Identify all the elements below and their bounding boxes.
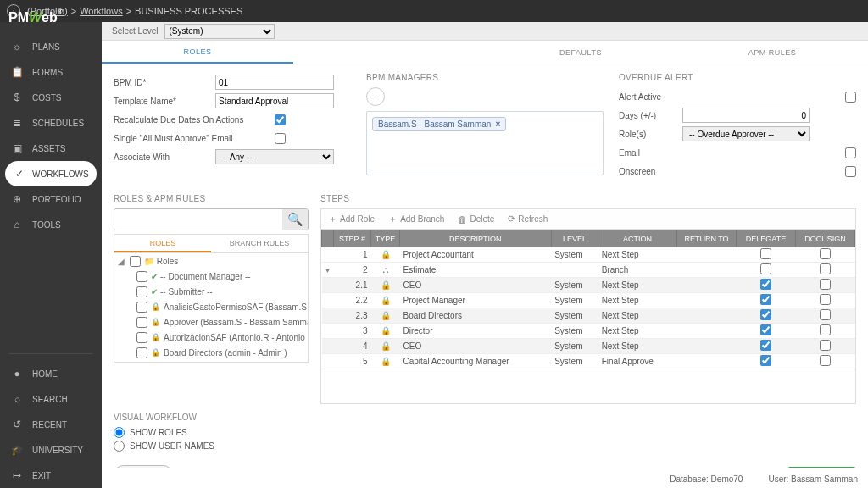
delete-button[interactable]: 🗑Delete	[451, 214, 501, 225]
tree-item[interactable]: ✔-- Document Manager --	[114, 269, 308, 284]
mini-tab-branch[interactable]: BRANCH RULES	[211, 235, 308, 252]
mini-tab-roles[interactable]: ROLES	[114, 235, 211, 252]
sidebar-item-plans[interactable]: ☼PLANS	[0, 34, 102, 59]
nav-icon: 🎓	[10, 444, 24, 456]
nav-icon: ⊕	[10, 193, 24, 205]
nav-label: HOME	[32, 369, 58, 379]
nav-icon: ↺	[10, 419, 24, 430]
nav-icon: ≣	[10, 117, 24, 129]
sidebar-item-university[interactable]: 🎓UNIVERSITY	[0, 437, 102, 463]
add-branch-button[interactable]: ＋Add Branch	[381, 213, 451, 225]
overdue-col: OVERDUE ALERT Alert Active Days (+/-) Ro…	[619, 73, 856, 180]
search-icon[interactable]: 🔍	[282, 209, 308, 230]
managers-box[interactable]: Bassam.S - Bassam Samman×	[366, 111, 604, 175]
show-users-radio[interactable]	[114, 441, 125, 452]
workflow-diagram: SUBMITTER WITHDRAW PROJECT ACCOUNTANT ES…	[114, 465, 856, 468]
tab-1[interactable]	[293, 41, 485, 64]
node-submitter[interactable]: SUBMITTER	[114, 465, 173, 468]
steps-grid[interactable]: STEP #TYPEDESCRIPTIONLEVELACTIONRETURN T…	[321, 230, 855, 369]
manager-tag[interactable]: Bassam.S - Bassam Samman×	[372, 117, 506, 131]
nav-icon: ⌂	[10, 219, 24, 230]
tree-item[interactable]: 🔒AutorizacionSAF (Antonio.R - Antonio Re…	[114, 330, 308, 345]
nav-label: SEARCH	[32, 395, 68, 404]
email-checkbox[interactable]	[845, 147, 856, 158]
add-role-button[interactable]: ＋Add Role	[321, 213, 381, 225]
tab-defaults[interactable]: DEFAULTS	[485, 41, 676, 64]
sidebar-item-forms[interactable]: 📋FORMS	[0, 59, 102, 85]
visual-title: VISUAL WORKFLOW	[114, 413, 856, 422]
tree-item[interactable]: 🔒AnalisisGastoPermisoSAF (Bassam.S - Bas…	[114, 299, 308, 314]
roles-search: 🔍	[114, 208, 309, 230]
logo: PMWeb®	[0, 5, 102, 30]
sidebar-item-assets[interactable]: ▣ASSETS	[0, 136, 102, 161]
email-label: Email	[619, 148, 682, 158]
main-tabs: ROLES DEFAULTS APM RULES	[102, 41, 868, 64]
table-row[interactable]: 2.3🔒Board DirectorsSystemNext Step	[322, 308, 855, 324]
managers-more-button[interactable]: ⋯	[366, 87, 385, 106]
sidebar-item-schedules[interactable]: ≣SCHEDULES	[0, 110, 102, 136]
sidebar-item-home[interactable]: ●HOME	[0, 361, 102, 386]
nav-label: PLANS	[32, 42, 60, 52]
level-bar: Select Level (System)	[102, 22, 868, 41]
table-row[interactable]: 1🔒Project AccountantSystemNext Step	[322, 247, 855, 263]
single-label: Single "All Must Approve" Email	[114, 134, 275, 143]
sidebar-item-costs[interactable]: $COSTS	[0, 85, 102, 110]
sidebar: PMWeb® ☼PLANS📋FORMS$COSTS≣SCHEDULES▣ASSE…	[0, 22, 102, 488]
tree-item[interactable]: 🔒Board Directors (admin - Admin )	[114, 345, 308, 360]
roles-search-input[interactable]	[114, 209, 282, 230]
sidebar-item-portfolio[interactable]: ⊕PORTFOLIO	[0, 186, 102, 212]
days-input[interactable]	[682, 108, 810, 123]
tab-roles[interactable]: ROLES	[102, 41, 293, 64]
nav-label: TOOLS	[32, 220, 61, 230]
roles-panel-title: ROLES & APM RULES	[114, 194, 309, 203]
sidebar-item-workflows[interactable]: ✓WORKFLOWS	[5, 161, 97, 186]
top-bar: i (Portfolio) > Workflows > BUSINESS PRO…	[0, 0, 868, 22]
roles-label: Role(s)	[619, 130, 682, 139]
table-row[interactable]: 3🔒DirectorSystemNext Step	[322, 324, 855, 339]
template-name-input[interactable]	[215, 93, 334, 108]
main: Select Level (System) ROLES DEFAULTS APM…	[102, 22, 868, 488]
steps-panel: STEPS ＋Add Role ＋Add Branch 🗑Delete ⟳Ref…	[320, 189, 856, 404]
steps-toolbar: ＋Add Role ＋Add Branch 🗑Delete ⟳Refresh	[321, 209, 855, 230]
bpm-id-input[interactable]	[215, 75, 334, 90]
nav-icon: ☼	[10, 41, 24, 53]
sidebar-item-recent[interactable]: ↺RECENT	[0, 412, 102, 437]
alert-active-checkbox[interactable]	[845, 92, 856, 103]
table-row[interactable]: 2.1🔒CEOSystemNext Step	[322, 278, 855, 293]
steps-title: STEPS	[320, 194, 856, 203]
template-name-label: Template Name*	[114, 97, 215, 106]
table-row[interactable]: 2.2🔒Project ManagerSystemNext Step	[322, 293, 855, 308]
associate-select[interactable]: -- Any --	[215, 149, 334, 164]
sidebar-item-exit[interactable]: ↦EXIT	[0, 463, 102, 488]
nav-label: UNIVERSITY	[32, 446, 83, 455]
roles-select[interactable]: -- Overdue Approver --	[682, 126, 810, 141]
tag-remove-icon[interactable]: ×	[495, 119, 500, 129]
breadcrumb-page: BUSINESS PROCESSES	[135, 6, 242, 16]
node-final-approve[interactable]: FINAL APPROVE	[787, 467, 856, 468]
footer-database: Database: Demo70	[670, 474, 743, 484]
sidebar-item-search[interactable]: ⌕SEARCH	[0, 386, 102, 412]
table-row[interactable]: 5🔒Capital Accounting ManagerSystemFinal …	[322, 354, 855, 369]
nav-icon: ✓	[15, 168, 24, 180]
tree-item[interactable]: ✔-- Submitter --	[114, 284, 308, 299]
sidebar-item-tools[interactable]: ⌂TOOLS	[0, 212, 102, 237]
tree-item[interactable]: 🔒Approver (Bassam.S - Bassam Samman)	[114, 314, 308, 330]
select-level-label: Select Level	[112, 26, 158, 36]
associate-label: Associate With	[114, 152, 215, 162]
tree-item[interactable]: 🔒Business Group Head of Finance (admin -…	[114, 360, 308, 363]
single-checkbox[interactable]	[275, 133, 286, 144]
nav-icon: $	[10, 92, 24, 103]
nav-label: FORMS	[32, 68, 63, 77]
table-row[interactable]: 4🔒CEOSystemNext Step	[322, 339, 855, 354]
recalc-checkbox[interactable]	[275, 114, 286, 125]
roles-tree[interactable]: ◢📁 Roles✔-- Document Manager --✔-- Submi…	[114, 252, 309, 363]
select-level[interactable]: (System)	[164, 24, 275, 39]
onscreen-label: Onscreen	[619, 167, 682, 176]
refresh-button[interactable]: ⟳Refresh	[501, 214, 554, 225]
table-row[interactable]: ▾2⛬EstimateBranch	[322, 263, 855, 278]
tab-apm-rules[interactable]: APM RULES	[676, 41, 868, 64]
onscreen-checkbox[interactable]	[845, 166, 856, 177]
show-roles-radio[interactable]	[114, 427, 125, 438]
alert-active-label: Alert Active	[619, 92, 682, 102]
nav-icon: ⌕	[10, 393, 24, 405]
